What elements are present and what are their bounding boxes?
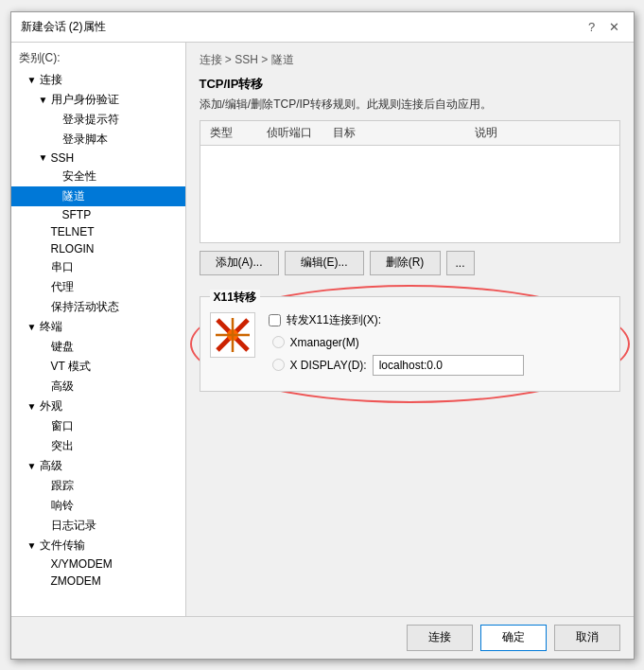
- dialog-footer: 连接 确定 取消: [11, 616, 634, 659]
- sidebar-item-zmodem[interactable]: ZMODEM: [11, 573, 185, 590]
- expand-icon-placeholder: [38, 261, 49, 273]
- add-button[interactable]: 添加(A)...: [200, 251, 279, 275]
- col-target: 目标: [329, 125, 472, 141]
- sidebar-item-telnet[interactable]: TELNET: [11, 223, 185, 240]
- tree-item-label: 键盘: [51, 339, 74, 355]
- expand-icon-placeholder: [38, 440, 49, 451]
- sidebar-item-trace[interactable]: 跟踪: [11, 476, 185, 496]
- sidebar-item-ssh[interactable]: ▼SSH: [11, 150, 185, 167]
- x11-forward-label[interactable]: 转发X11连接到(X):: [287, 312, 382, 328]
- tree-item-label: 串口: [51, 259, 74, 275]
- tree-item-label: TELNET: [51, 225, 95, 238]
- category-label: 类别(C):: [11, 46, 185, 70]
- expand-icon: ▼: [26, 400, 38, 412]
- dialog: 新建会话 (2)属性 ? ✕ 类别(C): ▼连接▼用户身份验证 登录提示符 登…: [10, 11, 635, 660]
- expand-icon-placeholder: [38, 558, 49, 570]
- sidebar-item-highlight[interactable]: 突出: [11, 436, 185, 456]
- tree-item-label: SSH: [51, 151, 75, 165]
- expand-icon-placeholder: [38, 243, 49, 255]
- tree-item-label: 代理: [51, 279, 74, 295]
- expand-icon-placeholder: [49, 170, 61, 182]
- more-button[interactable]: ...: [446, 251, 475, 275]
- sidebar-item-auth[interactable]: ▼用户身份验证: [11, 90, 185, 110]
- expand-icon-placeholder: [38, 361, 49, 372]
- tcp-button-row: 添加(A)... 编辑(E)... 删除(R) ...: [200, 251, 620, 275]
- sidebar-item-proxy[interactable]: 代理: [11, 277, 185, 297]
- tree-item-label: 外观: [40, 398, 62, 414]
- tree-item-label: RLOGIN: [51, 242, 95, 256]
- col-desc: 说明: [471, 125, 614, 141]
- help-button[interactable]: ?: [583, 17, 601, 36]
- tree-item-label: SFTP: [62, 208, 92, 221]
- xdisplay-label[interactable]: X DISPLAY(D):: [290, 359, 367, 372]
- expand-icon-placeholder: [38, 380, 49, 392]
- x11-section: X11转移: [200, 296, 620, 392]
- xmanager-label[interactable]: Xmanager(M): [290, 336, 359, 349]
- expand-icon: ▼: [26, 539, 38, 551]
- x11-wrapper: X11转移: [200, 296, 620, 392]
- tree-item-label: 安全性: [62, 168, 96, 185]
- sidebar-item-window[interactable]: 窗口: [11, 416, 185, 436]
- col-port: 侦听端口: [263, 125, 329, 141]
- sidebar-item-connect[interactable]: ▼连接: [11, 70, 185, 90]
- sidebar-item-sftp[interactable]: SFTP: [11, 206, 185, 223]
- sidebar-item-login-script[interactable]: 登录脚本: [11, 130, 185, 150]
- sidebar-item-advanced2[interactable]: ▼高级: [11, 456, 185, 476]
- section-title: TCP/IP转移: [200, 76, 620, 93]
- sidebar-item-xymodem[interactable]: X/YMODEM: [11, 555, 185, 573]
- close-button[interactable]: ✕: [605, 17, 624, 36]
- edit-button[interactable]: 编辑(E)...: [285, 251, 364, 275]
- sidebar-item-serial[interactable]: 串口: [11, 257, 185, 277]
- x11-options: 转发X11连接到(X): Xmanager(M) X DISPLAY(D):: [269, 312, 610, 381]
- x11-icon: [210, 312, 255, 358]
- sidebar-item-rlogin[interactable]: RLOGIN: [11, 240, 185, 257]
- sidebar-item-tunnel[interactable]: 隧道: [11, 186, 185, 206]
- x11-title: X11转移: [210, 290, 260, 306]
- main-content: 连接 > SSH > 隧道 TCP/IP转移 添加/编辑/删除TCP/IP转移规…: [186, 43, 634, 616]
- xmanager-radio[interactable]: [272, 336, 285, 348]
- xdisplay-input[interactable]: [373, 355, 524, 376]
- ok-button[interactable]: 确定: [480, 625, 547, 651]
- sidebar-item-appearance[interactable]: ▼外观: [11, 397, 185, 416]
- dialog-body: 类别(C): ▼连接▼用户身份验证 登录提示符 登录脚本▼SSH 安全性 隧道 …: [11, 43, 634, 616]
- cancel-button[interactable]: 取消: [554, 625, 620, 651]
- tree-item-label: 窗口: [51, 418, 74, 434]
- sidebar-item-keepalive[interactable]: 保持活动状态: [11, 297, 185, 317]
- expand-icon: ▼: [26, 74, 38, 85]
- sidebar-item-keyboard[interactable]: 键盘: [11, 337, 185, 357]
- title-bar-buttons: ? ✕: [583, 17, 624, 36]
- delete-button[interactable]: 删除(R): [370, 251, 441, 275]
- section-desc: 添加/编辑/删除TCP/IP转移规则。此规则连接后自动应用。: [200, 97, 620, 113]
- tree-item-label: 登录提示符: [62, 112, 119, 128]
- sidebar-item-bell[interactable]: 响铃: [11, 496, 185, 516]
- expand-icon-placeholder: [38, 281, 49, 292]
- expand-icon-placeholder: [49, 209, 61, 220]
- connect-button[interactable]: 连接: [407, 625, 473, 651]
- title-bar: 新建会话 (2)属性 ? ✕: [11, 12, 634, 43]
- tree-item-label: ZMODEM: [51, 574, 101, 588]
- sidebar-item-terminal[interactable]: ▼终端: [11, 317, 185, 337]
- sidebar-item-filetransfer[interactable]: ▼文件传输: [11, 536, 185, 555]
- expand-icon: ▼: [26, 460, 38, 471]
- tree-item-label: 保持活动状态: [51, 299, 119, 315]
- sidebar-item-advanced[interactable]: 高级: [11, 377, 185, 397]
- sidebar: 类别(C): ▼连接▼用户身份验证 登录提示符 登录脚本▼SSH 安全性 隧道 …: [11, 43, 186, 616]
- tree-item-label: VT 模式: [51, 359, 91, 375]
- expand-icon-placeholder: [49, 114, 61, 125]
- tree-item-label: 高级: [40, 458, 62, 474]
- xdisplay-radio[interactable]: [272, 359, 285, 371]
- dialog-title: 新建会话 (2)属性: [21, 19, 106, 35]
- expand-icon-placeholder: [38, 575, 49, 587]
- expand-icon-placeholder: [38, 500, 49, 511]
- xmanager-logo: [214, 316, 252, 354]
- col-type: 类型: [206, 125, 263, 141]
- sidebar-item-vt-mode[interactable]: VT 模式: [11, 357, 185, 377]
- sidebar-item-log[interactable]: 日志记录: [11, 516, 185, 536]
- expand-icon-placeholder: [38, 480, 49, 491]
- tree-item-label: 日志记录: [51, 518, 96, 534]
- expand-icon: ▼: [38, 152, 49, 164]
- sidebar-item-login-prompt[interactable]: 登录提示符: [11, 110, 185, 130]
- sidebar-item-security[interactable]: 安全性: [11, 167, 185, 186]
- table-header: 类型 侦听端口 目标 说明: [200, 121, 619, 146]
- x11-forward-checkbox[interactable]: [269, 314, 281, 326]
